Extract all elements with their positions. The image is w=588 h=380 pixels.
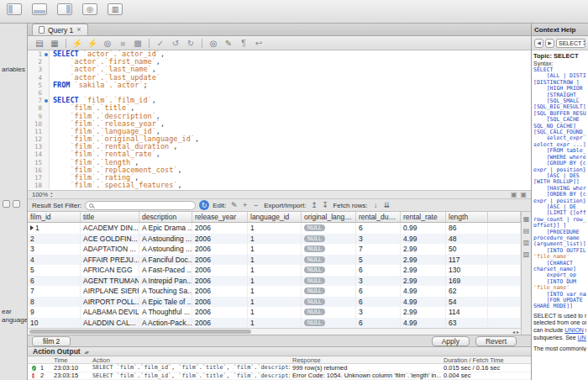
table-cell[interactable]: 54 xyxy=(446,297,488,308)
table-row[interactable]: 8AIRPORT POLL...A Epic Tale of ...20061N… xyxy=(28,297,521,308)
table-cell[interactable]: NULL xyxy=(302,234,356,245)
table-cell[interactable]: AFRICAN EGG xyxy=(81,265,139,276)
panel-selector-icon[interactable] xyxy=(85,349,88,355)
table-cell[interactable]: 3 xyxy=(356,276,401,287)
union-link[interactable]: UNION xyxy=(564,327,584,333)
editor-panel-icon[interactable]: ▣ xyxy=(520,191,527,198)
refresh-results-icon[interactable]: ↻ xyxy=(199,200,209,210)
sidebar-tool-icon[interactable] xyxy=(13,200,20,208)
invisible-chars-icon[interactable]: ¶ xyxy=(238,38,249,49)
result-grid-side-icon[interactable]: ▦ xyxy=(523,215,530,223)
table-cell[interactable]: 1 xyxy=(248,265,302,276)
table-row[interactable]: 3ADAPTATION ...A Astounding ...20061NULL… xyxy=(28,244,521,255)
union-link[interactable]: UNION xyxy=(578,335,586,340)
add-record-icon[interactable]: + xyxy=(240,201,249,210)
table-row[interactable]: 10ALADDIN CAL...A Action-Pack...20061NUL… xyxy=(28,318,521,329)
table-cell[interactable]: 8 xyxy=(28,297,81,308)
table-cell[interactable]: NULL xyxy=(302,297,356,308)
secondary-sidebar-toggle-icon[interactable] xyxy=(57,3,72,15)
table-cell[interactable]: 1 xyxy=(248,307,302,318)
table-cell[interactable]: 2.99 xyxy=(401,255,446,266)
table-cell[interactable]: 1 xyxy=(248,318,302,329)
table-cell[interactable]: 2006 xyxy=(192,318,248,329)
table-cell[interactable]: NULL xyxy=(302,286,356,297)
table-cell[interactable]: 130 xyxy=(446,265,488,276)
table-cell[interactable]: NULL xyxy=(302,223,356,234)
revert-button[interactable]: Revert xyxy=(475,336,517,346)
table-cell[interactable]: 2.99 xyxy=(401,276,446,287)
edit-record-icon[interactable]: ✎ xyxy=(229,201,239,210)
table-cell[interactable]: 2006 xyxy=(192,223,248,234)
table-cell[interactable]: 2006 xyxy=(192,307,248,318)
table-row[interactable]: 7AIRPLANE SIERRAA Touching Sa...20061NUL… xyxy=(28,286,521,297)
execute-current-icon[interactable]: ⚡ xyxy=(87,38,98,49)
open-script-icon[interactable]: ▤ xyxy=(34,38,45,49)
table-cell[interactable]: ALADDIN CAL... xyxy=(81,318,139,329)
table-cell[interactable]: A Intrepid Pan... xyxy=(139,276,192,287)
table-cell[interactable]: AFFAIR PREJU... xyxy=(81,255,139,266)
scrollbar-thumb[interactable] xyxy=(29,330,251,334)
table-cell[interactable]: 1 xyxy=(28,223,81,234)
table-cell[interactable]: 1 xyxy=(248,234,302,245)
table-cell[interactable]: A Thoughtful ... xyxy=(139,307,192,318)
output-row[interactable]: ×223:03:15SELECT `film`.`film_id`, `film… xyxy=(28,372,531,380)
action-output-header[interactable]: Action Output xyxy=(28,347,531,356)
table-cell[interactable]: A Astounding ... xyxy=(139,234,192,245)
table-cell[interactable]: ALABAMA DEVIL xyxy=(81,307,139,318)
fetch-all-icon[interactable]: ⇊ xyxy=(382,201,391,210)
find-icon[interactable]: ◎ xyxy=(207,38,219,49)
table-cell[interactable]: A Epic Drama ... xyxy=(139,223,192,234)
table-cell[interactable]: 4.99 xyxy=(401,286,446,297)
sidebar-tool-icon[interactable] xyxy=(3,200,10,208)
table-cell[interactable]: 169 xyxy=(446,276,488,287)
table-cell[interactable]: 0.99 xyxy=(401,223,446,234)
tab-film-2[interactable]: film 2 xyxy=(32,336,71,346)
forward-icon[interactable]: ▶ xyxy=(545,39,554,48)
sql-editor[interactable]: 1SELECT `actor`.`actor_id`,2 `actor`.`fi… xyxy=(28,50,531,190)
table-cell[interactable]: 3 xyxy=(28,244,81,255)
commit-icon[interactable]: ✓ xyxy=(155,38,166,49)
tab-query-1[interactable]: Query 1 xyxy=(32,24,88,35)
stop-icon[interactable]: ■ xyxy=(117,38,129,49)
topic-dropdown[interactable]: SELECT xyxy=(556,39,585,48)
table-cell[interactable]: 10 xyxy=(28,318,81,329)
table-cell[interactable]: 1 xyxy=(248,244,302,255)
table-cell[interactable]: 4 xyxy=(28,255,81,266)
table-cell[interactable]: 5 xyxy=(28,265,81,276)
table-cell[interactable]: 4.99 xyxy=(401,318,446,329)
table-cell[interactable]: NULL xyxy=(302,318,356,329)
wrap-text-icon[interactable]: ↩ xyxy=(253,38,265,49)
column-header-description[interactable]: description xyxy=(139,212,192,222)
fetch-more-icon[interactable]: ↓ xyxy=(371,201,381,210)
horizontal-scrollbar[interactable] xyxy=(28,328,521,335)
field-types-side-icon[interactable]: ▥ xyxy=(523,239,530,246)
table-cell[interactable]: 4.99 xyxy=(401,297,446,308)
explain-icon[interactable]: ◎ xyxy=(102,38,113,49)
table-cell[interactable]: 5 xyxy=(356,255,401,266)
execute-icon[interactable]: ⚡ xyxy=(71,38,83,49)
table-cell[interactable]: 2006 xyxy=(192,286,248,297)
search-objects-icon[interactable]: ◎ xyxy=(82,3,97,15)
table-cell[interactable]: 6 xyxy=(356,318,401,329)
scroll-right-icon[interactable] xyxy=(517,329,519,335)
table-cell[interactable]: A Fast-Paced ... xyxy=(139,265,192,276)
table-cell[interactable]: ADAPTATION ... xyxy=(81,244,139,255)
table-cell[interactable]: 2.99 xyxy=(401,244,446,255)
sidebar-item-release-year[interactable]: ear xyxy=(2,308,12,315)
utilities-icon[interactable]: ▥ xyxy=(108,3,123,15)
table-cell[interactable]: NULL xyxy=(302,265,356,276)
column-header-title[interactable]: title xyxy=(81,212,139,222)
table-cell[interactable]: 6 xyxy=(356,223,401,234)
table-cell[interactable]: 2006 xyxy=(192,255,248,266)
import-icon[interactable]: ↧ xyxy=(320,201,329,210)
back-icon[interactable]: ◀ xyxy=(534,39,543,48)
table-cell[interactable]: 62 xyxy=(446,286,488,297)
table-row[interactable]: 1ACADEMY DIN...A Epic Drama ...20061NULL… xyxy=(28,223,521,234)
table-cell[interactable]: 3 xyxy=(356,234,401,245)
table-cell[interactable]: 9 xyxy=(28,307,81,318)
table-cell[interactable]: 2006 xyxy=(192,297,248,308)
table-cell[interactable]: 2.99 xyxy=(401,265,446,276)
table-row[interactable]: 9ALABAMA DEVILA Thoughtful ...20061NULL3… xyxy=(28,307,521,318)
table-cell[interactable]: 1 xyxy=(248,276,302,287)
table-cell[interactable]: NULL xyxy=(302,244,356,255)
